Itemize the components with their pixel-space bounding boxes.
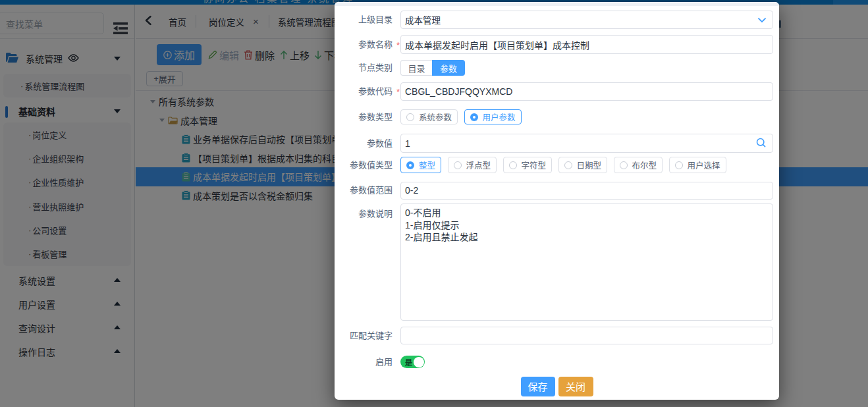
radio-user-param[interactable]: 用户参数 xyxy=(464,109,522,124)
required-asterisk: * xyxy=(396,40,400,51)
field-label: 节点类别 xyxy=(335,63,393,73)
radio-icon xyxy=(675,161,683,169)
radio-user-select-type[interactable]: 用户选择 xyxy=(669,157,726,173)
parent-dir-value: 成本管理 xyxy=(405,13,441,26)
radio-checked-icon xyxy=(470,113,478,121)
param-value-input[interactable]: 1 xyxy=(400,134,773,153)
form-row-param-type: 参数类型 系统参数 用户参数 xyxy=(335,109,779,124)
field-label: 启用 xyxy=(335,357,393,367)
close-button[interactable]: 关闭 xyxy=(558,377,593,396)
form-row-param-name: 参数名称* 成本单据发起时启用【项目策划单】成本控制 xyxy=(335,35,779,54)
form-row-enabled: 启用 是 xyxy=(335,356,779,368)
form-row-value-range: 参数值范围 0-2 xyxy=(335,182,779,200)
field-label: 参数类型 xyxy=(335,112,393,122)
form-row-param-value: 参数值 1 xyxy=(335,134,779,153)
field-label: 参数说明 xyxy=(335,209,393,219)
param-value-value: 1 xyxy=(405,138,410,149)
field-label: 参数值范围 xyxy=(335,185,393,196)
field-label: 参数值类型 xyxy=(335,160,393,171)
enabled-toggle[interactable]: 是 xyxy=(400,356,425,368)
radio-icon xyxy=(509,161,517,169)
toggle-knob xyxy=(414,357,424,367)
search-icon[interactable] xyxy=(756,138,766,149)
node-type-param-button[interactable]: 参数 xyxy=(432,60,465,76)
param-name-value: 成本单据发起时启用【项目策划单】成本控制 xyxy=(405,38,589,51)
form-row-match-keyword: 匹配关键字 xyxy=(335,327,779,344)
form-row-node-type: 节点类别 目录 参数 xyxy=(335,60,779,76)
radio-icon xyxy=(406,113,414,121)
required-asterisk: * xyxy=(396,87,400,97)
field-label: 上级目录 xyxy=(335,14,393,25)
radio-bool-type[interactable]: 布尔型 xyxy=(614,157,663,173)
save-button[interactable]: 保存 xyxy=(521,377,555,396)
form-row-parent-dir: 上级目录 成本管理 xyxy=(335,11,779,29)
radio-system-param[interactable]: 系统参数 xyxy=(400,109,458,124)
toggle-on-label: 是 xyxy=(405,357,412,367)
form-row-value-type: 参数值类型 整型 浮点型 字符型 日期型 布尔型 用户选择 xyxy=(335,157,779,173)
form-row-param-desc: 参数说明 0-不启用 1-启用仅提示 2-启用且禁止发起 xyxy=(335,204,779,321)
param-desc-textarea[interactable]: 0-不启用 1-启用仅提示 2-启用且禁止发起 xyxy=(400,204,773,321)
dialog-header-clipped xyxy=(335,2,779,6)
radio-float-type[interactable]: 浮点型 xyxy=(448,157,497,173)
form-row-param-code: 参数代码* CBGL_CBDJFQQYXMCD xyxy=(335,82,779,101)
radio-checked-icon xyxy=(406,161,414,169)
node-type-dir-button[interactable]: 目录 xyxy=(400,60,432,76)
radio-date-type[interactable]: 日期型 xyxy=(558,157,608,173)
parent-dir-select[interactable]: 成本管理 xyxy=(400,11,773,29)
value-range-value: 0-2 xyxy=(405,185,418,196)
radio-icon xyxy=(454,161,462,169)
edit-param-dialog: 上级目录 成本管理 参数名称* 成本单据发起时启用【项目策划单】成本控制 xyxy=(335,2,779,400)
radio-icon xyxy=(564,161,572,169)
radio-string-type[interactable]: 字符型 xyxy=(503,157,553,173)
param-code-input[interactable]: CBGL_CBDJFQQYXMCD xyxy=(400,82,773,101)
field-label: 参数值 xyxy=(335,138,393,149)
param-name-input[interactable]: 成本单据发起时启用【项目策划单】成本控制 xyxy=(400,35,773,54)
field-label: 匹配关键字 xyxy=(335,331,393,341)
dialog-footer: 保存 关闭 xyxy=(335,377,779,396)
field-label: 参数代码* xyxy=(335,86,393,97)
match-keyword-input[interactable] xyxy=(400,327,773,344)
radio-int-type[interactable]: 整型 xyxy=(400,157,441,173)
value-range-input[interactable]: 0-2 xyxy=(400,182,773,200)
app-root: 协同办公 档案管理 系统管理 查找菜单 xyxy=(0,0,868,407)
chevron-down-icon xyxy=(758,14,766,25)
field-label: 参数名称* xyxy=(335,40,393,50)
radio-icon xyxy=(620,161,628,169)
param-code-value: CBGL_CBDJFQQYXMCD xyxy=(405,86,512,97)
